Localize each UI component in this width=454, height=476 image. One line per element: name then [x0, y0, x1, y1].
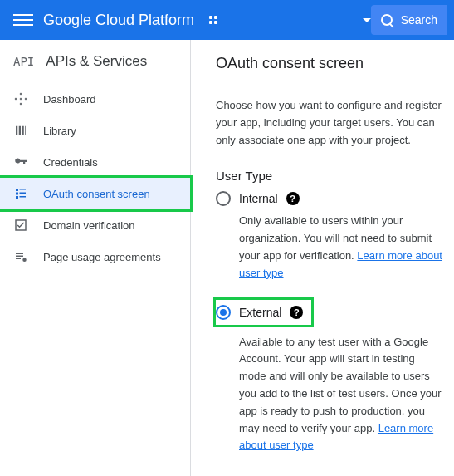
help-icon[interactable]: ? [290, 306, 303, 319]
verify-icon [13, 218, 28, 233]
dashboard-icon [13, 91, 28, 106]
sidebar-item-label: Dashboard [43, 93, 96, 106]
sidebar-item-oauth-consent[interactable]: OAuth consent screen [0, 175, 193, 212]
radio-label-internal: Internal [239, 192, 278, 205]
user-type-external-option[interactable]: External ? [216, 305, 303, 320]
brand-title: Google Cloud Platform [43, 12, 194, 29]
consent-icon [13, 186, 28, 201]
page-description: Choose how you want to configure and reg… [216, 97, 442, 149]
radio-label-external: External [239, 306, 281, 319]
search-icon [381, 14, 393, 26]
sidebar: API APIs & Services Dashboard Library Cr… [0, 40, 191, 476]
sidebar-header: API APIs & Services [0, 47, 190, 83]
sidebar-item-credentials[interactable]: Credentials [0, 146, 190, 178]
main-content: OAuth consent screen Choose how you want… [191, 40, 454, 476]
sidebar-item-label: Credentials [43, 156, 98, 169]
project-icon [209, 16, 217, 24]
sidebar-item-label: Domain verification [43, 219, 135, 232]
search-label: Search [401, 13, 437, 27]
top-bar: Google Cloud Platform Search [0, 0, 454, 40]
key-icon [13, 155, 28, 169]
sidebar-item-domain-verification[interactable]: Domain verification [0, 209, 190, 241]
user-type-heading: User Type [216, 169, 442, 183]
search-button[interactable]: Search [371, 5, 447, 35]
external-highlight: External ? [213, 297, 314, 327]
sidebar-item-dashboard[interactable]: Dashboard [0, 83, 190, 115]
user-type-internal-option[interactable]: Internal ? [216, 191, 442, 206]
agreement-icon [13, 249, 28, 264]
sidebar-title: APIs & Services [46, 53, 147, 70]
chevron-down-icon [363, 18, 371, 22]
help-icon[interactable]: ? [286, 192, 300, 205]
api-logo: API [13, 55, 34, 68]
radio-internal[interactable] [216, 191, 231, 206]
sidebar-item-label: Library [43, 125, 76, 137]
radio-external[interactable] [216, 305, 231, 320]
sidebar-item-page-usage[interactable]: Page usage agreements [0, 241, 190, 272]
library-icon [13, 123, 28, 138]
sidebar-item-label: OAuth consent screen [43, 188, 150, 200]
internal-description: Only available to users within your orga… [239, 213, 442, 282]
project-picker[interactable] [209, 16, 371, 24]
menu-icon[interactable] [13, 10, 33, 30]
page-title: OAuth consent screen [216, 55, 442, 72]
external-description: Available to any test user with a Google… [239, 334, 442, 455]
sidebar-item-library[interactable]: Library [0, 115, 190, 146]
sidebar-item-label: Page usage agreements [43, 251, 161, 263]
